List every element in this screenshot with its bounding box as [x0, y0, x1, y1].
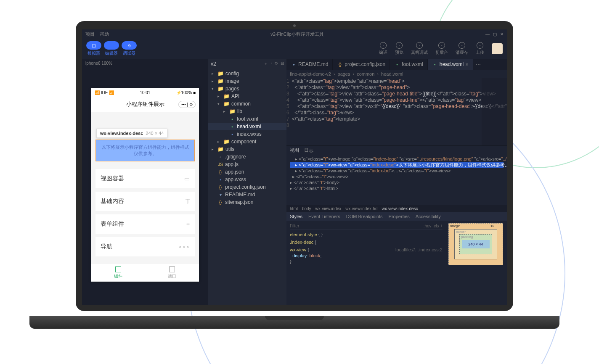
- menu-项目[interactable]: 项目: [85, 31, 95, 37]
- file-explorer: v2 ＋ ▫ ⟳ ⊟ ▸📁 config▸📁 image▾📁 pages▸📁 A…: [208, 59, 286, 305]
- styles-tab-DOM Breakpoints[interactable]: DOM Breakpoints: [346, 214, 383, 219]
- new-file-icon[interactable]: ＋: [264, 61, 268, 67]
- close-button[interactable]: ✕: [500, 32, 504, 37]
- ide-window: 项目帮助 v2-FinClip小程序开发工具 — ▢ ✕ ▢模拟器编辑器⎋调试器…: [82, 29, 507, 305]
- action-编译[interactable]: ◦编译: [379, 42, 387, 55]
- tree-pages[interactable]: ▾📁 pages: [208, 85, 286, 92]
- dom-crumb-body[interactable]: body: [302, 206, 311, 211]
- filter-input[interactable]: Filter: [290, 224, 299, 228]
- avatar[interactable]: [492, 43, 503, 54]
- tree-lib[interactable]: ▸📁 lib: [208, 108, 286, 115]
- minimize-button[interactable]: —: [485, 32, 490, 37]
- editor-tab-README.md[interactable]: ▾ README.md: [286, 59, 333, 70]
- card-基础内容[interactable]: 基础内容𝕋: [95, 192, 195, 211]
- action-切后台[interactable]: ◦切后台: [435, 42, 448, 55]
- tree-component[interactable]: ▸📁 component: [208, 138, 286, 145]
- tab-接口[interactable]: 接口: [145, 264, 199, 282]
- tree-index.wxss[interactable]: ▪ index.wxss: [208, 130, 286, 138]
- tree-common[interactable]: ▾📁 common: [208, 100, 286, 108]
- maximize-button[interactable]: ▢: [493, 32, 497, 37]
- crumb-fino-applet-demo-v2[interactable]: fino-applet-demo-v2: [290, 71, 331, 76]
- tree-utils[interactable]: ▸📁 utils: [208, 145, 286, 153]
- tree-app.wxss[interactable]: ▪ app.wxss: [208, 176, 286, 183]
- dom-crumb-wx-view.index-hd[interactable]: wx-view.index-hd: [345, 206, 377, 211]
- devtools-tab-日志[interactable]: 日志: [304, 147, 313, 153]
- toolbar: ▢模拟器编辑器⎋调试器 ◦编译◦预览◦真机调试◦切后台◦清缓存◦上传: [82, 39, 507, 59]
- styles-tab-Styles[interactable]: Styles: [290, 214, 302, 219]
- crumb-head.wxml[interactable]: head.wxml: [381, 71, 403, 76]
- tree-app.json[interactable]: {} app.json: [208, 168, 286, 176]
- status-signal: 📶 IDE 📶: [95, 90, 114, 95]
- styles-tab-Event Listeners[interactable]: Event Listeners: [308, 214, 340, 219]
- simulator-panel: iphone6 100% 📶 IDE 📶 10:01 ⚡100% ■ 小程序组件…: [82, 59, 208, 305]
- tabs-more-icon[interactable]: ⋯: [473, 59, 483, 70]
- tree-README.md[interactable]: ▾ README.md: [208, 191, 286, 198]
- action-清缓存[interactable]: ◦清缓存: [456, 42, 468, 55]
- page-title: 小程序组件展示: [126, 100, 164, 108]
- tree-project.config.json[interactable]: {} project.config.json: [208, 183, 286, 191]
- card-表单组件[interactable]: 表单组件≡: [95, 214, 195, 234]
- tree-.gitignore[interactable]: ▫ .gitignore: [208, 153, 286, 161]
- window-title: v2-FinClip小程序开发工具: [109, 31, 485, 37]
- tree-sitemap.json[interactable]: {} sitemap.json: [208, 198, 286, 206]
- editor-tab-project.config.json[interactable]: {} project.config.json: [333, 59, 390, 70]
- editor-panel: ▾ README.md{} project.config.json▪ foot.…: [286, 59, 507, 305]
- highlighted-element[interactable]: 以下将展示小程序官方组件能力，组件样式仅供参考。: [95, 140, 195, 161]
- box-model: margin10 border padding 240 × 44: [446, 221, 507, 305]
- collapse-icon[interactable]: ⊟: [281, 61, 284, 67]
- code-editor[interactable]: 12345678 <"attr">class="tag">template "a…: [286, 78, 507, 145]
- inspect-tooltip: wx-view.index-desc240 × 44: [96, 129, 167, 138]
- tree-config[interactable]: ▸📁 config: [208, 70, 286, 77]
- action-上传[interactable]: ◦上传: [476, 42, 484, 55]
- phone-preview: 📶 IDE 📶 10:01 ⚡100% ■ 小程序组件展示 ••• | ⊙ wx…: [91, 88, 199, 282]
- action-真机调试[interactable]: ◦真机调试: [411, 42, 428, 55]
- titlebar: 项目帮助 v2-FinClip小程序开发工具 — ▢ ✕: [82, 29, 507, 39]
- device-label: iphone6 100%: [82, 59, 208, 67]
- new-folder-icon[interactable]: ▫: [270, 61, 272, 67]
- devtools: 视图日志 ▸ <"a">class="t">wx-image "a">class…: [286, 145, 507, 305]
- devtools-tab-视图[interactable]: 视图: [290, 147, 299, 153]
- mode-编辑器[interactable]: 编辑器: [104, 41, 119, 56]
- card-导航[interactable]: 导航∘∘∘: [95, 237, 195, 256]
- laptop-frame: 项目帮助 v2-FinClip小程序开发工具 — ▢ ✕ ▢模拟器编辑器⎋调试器…: [76, 21, 513, 319]
- styles-tab-Accessibility[interactable]: Accessibility: [416, 214, 441, 219]
- dom-crumb-html[interactable]: html: [290, 206, 298, 211]
- styles-pane[interactable]: Filter :hov .cls + element.style { }.ind…: [286, 221, 446, 305]
- styles-tab-Properties[interactable]: Properties: [389, 214, 410, 219]
- card-视图容器[interactable]: 视图容器▭: [95, 169, 195, 188]
- mode-模拟器[interactable]: ▢模拟器: [86, 41, 101, 56]
- mode-调试器[interactable]: ⎋调试器: [122, 41, 137, 56]
- refresh-icon[interactable]: ⟳: [275, 61, 278, 67]
- dom-crumb-wx-view.index-desc[interactable]: wx-view.index-desc: [382, 206, 418, 211]
- tree-image[interactable]: ▸📁 image: [208, 77, 286, 85]
- elements-tree[interactable]: ▸ <"a">class="t">wx-image "a">class="ind…: [286, 154, 507, 205]
- crumb-common[interactable]: common: [357, 71, 374, 76]
- editor-tab-foot.wxml[interactable]: ▪ foot.wxml: [390, 59, 428, 70]
- tree-API[interactable]: ▸📁 API: [208, 92, 286, 100]
- status-battery: ⚡100% ■: [176, 90, 196, 95]
- capsule-button[interactable]: ••• | ⊙: [178, 101, 196, 108]
- tree-foot.wxml[interactable]: ▪ foot.wxml: [208, 115, 286, 123]
- tree-app.js[interactable]: JS app.js: [208, 161, 286, 168]
- tree-head.wxml[interactable]: ▪ head.wxml: [208, 123, 286, 130]
- status-time: 10:01: [140, 90, 150, 95]
- project-root[interactable]: v2: [211, 61, 216, 67]
- editor-tab-head.wxml[interactable]: ▪ head.wxml ✕: [428, 59, 473, 70]
- minimap[interactable]: [482, 78, 507, 145]
- menu-帮助[interactable]: 帮助: [100, 31, 109, 37]
- crumb-pages[interactable]: pages: [338, 71, 350, 76]
- tab-组件[interactable]: 组件: [91, 264, 145, 282]
- action-预览[interactable]: ◦预览: [395, 42, 403, 55]
- dom-crumb-wx-view.index[interactable]: wx-view.index: [315, 206, 342, 211]
